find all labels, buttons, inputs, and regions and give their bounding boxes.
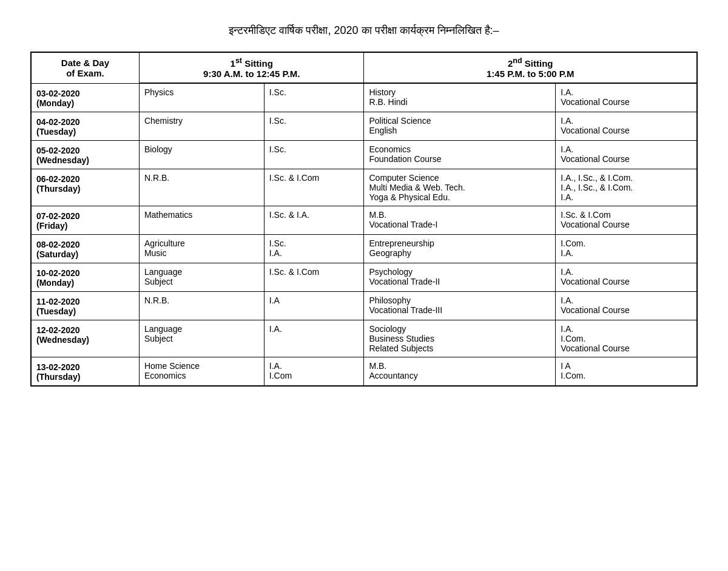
cell-date: 13-02-2020(Thursday) [31,357,139,386]
cell-subject1: AgricultureMusic [139,234,264,263]
sitting2-label: 2nd Sitting [508,58,553,69]
code2-item: Vocational Course [561,154,692,164]
subject2-item: R.B. Hindi [369,97,550,107]
subject2-item: Geography [369,248,550,258]
cell-subject2: PsychologyVocational Trade-II [364,263,556,291]
code2-item: Vocational Course [561,343,692,353]
subject2-item: Vocational Trade-II [369,277,550,286]
code1-item: I.Sc. & I.Com [269,267,359,277]
cell-code2: I.A.Vocational Course [556,140,697,169]
cell-date: 04-02-2020(Tuesday) [31,112,139,140]
code1-item: I.A. [269,361,359,371]
cell-code1: I.A [264,291,364,320]
subject2-item: M.B. [369,361,550,371]
subject1-item: Agriculture [144,238,259,248]
subject2-item: Foundation Course [369,154,550,164]
subject1-item: Economics [144,371,259,380]
sitting1-time: 9:30 A.M. to 12:45 P.M. [203,69,300,79]
cell-code2: I.A.Vocational Course [556,263,697,291]
code1-item: I.A [269,296,359,305]
cell-code2: I.A.Vocational Course [556,112,697,140]
code2-item: I.A. [561,192,692,202]
code2-item: I.A. [561,87,692,97]
table-row: 12-02-2020(Wednesday)LanguageSubjectI.A.… [31,320,697,357]
subject2-item: Political Science [369,116,550,126]
table-row: 06-02-2020(Thursday)N.R.B.I.Sc. & I.ComC… [31,169,697,206]
cell-subject2: HistoryR.B. Hindi [364,83,556,112]
date-line2: (Wednesday) [36,155,89,165]
cell-date: 11-02-2020(Tuesday) [31,291,139,320]
date-line2: (Monday) [36,98,74,108]
cell-code1: I.Sc. [264,112,364,140]
date-line1: 05-02-2020 [36,146,80,155]
code1-item: I.Sc. [269,116,359,126]
subject2-item: Psychology [369,267,550,277]
subject1-item: Language [144,267,259,277]
cell-date: 06-02-2020(Thursday) [31,169,139,206]
date-line1: 13-02-2020 [36,362,80,372]
table-row: 10-02-2020(Monday)LanguageSubjectI.Sc. &… [31,263,697,291]
code1-item: I.Sc. [269,87,359,97]
subject2-item: Yoga & Physical Edu. [369,192,550,202]
cell-date: 07-02-2020(Friday) [31,206,139,234]
subject2-item: Vocational Trade-III [369,305,550,315]
cell-date: 08-02-2020(Saturday) [31,234,139,263]
subject2-item: Economics [369,144,550,154]
date-line2: (Friday) [36,221,67,231]
cell-code2: I.A.I.Com.Vocational Course [556,320,697,357]
header-date: Date & Day of Exam. [31,52,139,83]
code1-item: I.Sc. & I.A. [269,210,359,220]
cell-code2: I.A., I.Sc., & I.Com.I.A., I.Sc., & I.Co… [556,169,697,206]
subject1-item: Subject [144,334,259,343]
date-line2: (Thursday) [36,184,80,194]
code2-item: I.A. [561,116,692,126]
subject1-item: N.R.B. [144,296,259,305]
subject2-item: Sociology [369,324,550,334]
date-line1: 03-02-2020 [36,89,80,98]
code2-item: Vocational Course [561,97,692,107]
cell-subject1: Physics [139,83,264,112]
table-row: 07-02-2020(Friday)MathematicsI.Sc. & I.A… [31,206,697,234]
subject1-item: Subject [144,277,259,286]
date-line1: 10-02-2020 [36,268,80,278]
code1-item: I.Sc. [269,238,359,248]
exam-schedule-table: Date & Day of Exam. 1st Sitting 9:30 A.M… [30,52,698,387]
code2-item: I.A. [561,144,692,154]
cell-code1: I.A. [264,320,364,357]
code2-item: Vocational Course [561,305,692,315]
subject1-item: Language [144,324,259,334]
cell-code2: I.Com.I.A. [556,234,697,263]
code2-item: I.A. [561,248,692,258]
subject2-item: Philosophy [369,296,550,305]
code1-item: I.Com [269,371,359,380]
date-line2: (Tuesday) [36,127,76,137]
cell-subject1: LanguageSubject [139,320,264,357]
subject2-item: Multi Media & Web. Tech. [369,183,550,192]
cell-code1: I.Sc. & I.A. [264,206,364,234]
page-title: इन्टरमीडिएट वार्षिक परीक्षा, 2020 का परी… [30,24,698,37]
subject2-item: Vocational Trade-I [369,220,550,229]
subject2-item: M.B. [369,210,550,220]
cell-subject2: PhilosophyVocational Trade-III [364,291,556,320]
date-line2: (Tuesday) [36,306,76,316]
subject1-item: Biology [144,144,259,154]
code2-item: Vocational Course [561,277,692,286]
code2-item: I.Com. [561,238,692,248]
cell-date: 05-02-2020(Wednesday) [31,140,139,169]
date-line2: (Wednesday) [36,335,89,345]
cell-subject1: LanguageSubject [139,263,264,291]
cell-code2: I.A.Vocational Course [556,83,697,112]
cell-code1: I.Sc.I.A. [264,234,364,263]
subject2-item: Related Subjects [369,343,550,353]
cell-subject2: Political ScienceEnglish [364,112,556,140]
table-row: 03-02-2020(Monday)PhysicsI.Sc.HistoryR.B… [31,83,697,112]
code2-item: I.A., I.Sc., & I.Com. [561,183,692,192]
cell-subject1: Mathematics [139,206,264,234]
subject2-item: English [369,126,550,135]
cell-subject1: Chemistry [139,112,264,140]
subject1-item: Home Science [144,361,259,371]
cell-subject2: SociologyBusiness StudiesRelated Subject… [364,320,556,357]
subject2-item: History [369,87,550,97]
sitting2-time: 1:45 P.M. to 5:00 P.M [487,69,575,79]
code2-item: I A [561,361,692,371]
